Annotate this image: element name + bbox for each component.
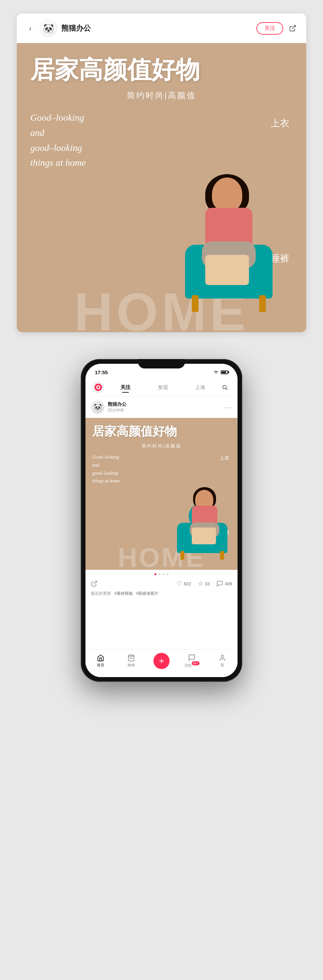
post-meta: 熊猫办公 55分钟前 [108,401,221,413]
english-text: Good–looking and good–looking things at … [30,110,86,170]
star-icon: ☆ [198,580,203,587]
main-title-chinese: 居家高颜值好物 [30,56,200,83]
battery-icon [221,371,228,374]
nav-tab-follow[interactable]: 关注 [107,383,144,392]
share-action-icon [91,580,98,587]
person-head [212,178,242,211]
dot-2 [158,573,160,575]
phone-en-line3: good–looking [92,471,118,476]
dot-3 [163,573,165,575]
dot-1 [154,573,157,575]
back-button[interactable]: ‹ [25,23,36,33]
phone-person-laptop [192,528,216,544]
person-laptop [205,255,249,285]
svg-point-8 [221,655,224,658]
app-logo[interactable] [92,381,104,393]
search-icon[interactable] [219,381,231,393]
nav-tab-discover[interactable]: 发现 [144,383,182,392]
phone-notch [138,359,185,369]
bottom-nav-add[interactable]: + [152,653,171,669]
phone-label-shangyi: 上衣 [219,455,229,461]
recent-updates-label: 最近的更新 [91,591,111,597]
home-label: 首页 [97,663,104,668]
phone-wrapper: 17:55 [17,352,306,702]
post-more-button[interactable]: ··· [224,403,232,411]
person-graphic [185,178,273,305]
nav-tab-shanghai[interactable]: 上海 [181,383,219,392]
dot-4 [166,573,169,575]
comment-action[interactable]: 409 [216,580,232,587]
post-avatar[interactable]: 🐼 [91,400,104,414]
label-shangyi: 上衣 [270,117,289,130]
svg-point-4 [223,385,226,389]
svg-point-3 [97,386,99,388]
phone-en-line4: things at home [92,479,120,484]
phone-inner: 17:55 [85,364,238,677]
design-image-card: HOME 居家高颜值好物 简约时尚|高颜值 Good–looking and g… [17,43,306,332]
hashtag-1[interactable]: #素材模板 [114,591,133,597]
bottom-nav-message[interactable]: 消息99+ [182,654,202,668]
share-action[interactable] [91,580,98,587]
add-button[interactable]: + [154,653,169,669]
phone-en-line1: Good–looking [92,455,119,460]
phone-post-image: HOME 居家高颜值好物 简约时尚|高颜值 Good–looking and g… [85,418,238,570]
top-design-card: ‹ 🐼 熊猫办公 关注 HOME 居家高颜值好物 简约时尚|高颜值 Good–l… [17,13,306,332]
share-icon[interactable] [287,23,298,33]
en-line2: and [30,127,45,138]
phone-outer: 17:55 [81,359,242,682]
message-badge: 99+ [192,661,200,665]
en-line4: things at home [30,158,86,168]
en-line1: Good–looking [30,112,84,123]
status-icons [213,370,228,374]
brand-logo: 🐼 [40,19,57,37]
bottom-nav-profile[interactable]: 我 [212,654,232,668]
svg-line-6 [94,581,97,584]
message-icon [188,654,195,661]
star-count: 33 [205,581,209,586]
profile-icon [219,654,226,662]
phone-main-title: 居家高颜值好物 [92,425,177,438]
post-username: 熊猫办公 [108,401,221,407]
post-time: 55分钟前 [108,407,221,413]
shop-icon [128,654,135,662]
hashtag-2[interactable]: #新媒体图片 [136,591,159,597]
wifi-icon [213,370,219,374]
comment-icon [216,580,223,587]
follow-button[interactable]: 关注 [256,22,283,35]
status-time: 17:55 [95,369,108,375]
like-count: 622 [184,581,191,586]
star-action[interactable]: ☆ 33 [198,580,209,587]
post-header: 🐼 熊猫办公 55分钟前 ··· [85,396,238,418]
subtitle-chinese: 简约时尚|高颜值 [17,90,306,101]
phone-person-graphic [181,487,228,554]
comment-count: 409 [225,581,232,586]
image-dots [85,570,238,577]
phone-subtitle: 简约时尚|高颜值 [85,443,238,449]
svg-line-5 [226,388,227,390]
like-action[interactable]: ♡ 622 [177,580,191,587]
bottom-nav: 首页 购物 + 消息99+ [85,649,238,677]
like-icon: ♡ [177,580,182,587]
profile-label: 我 [221,663,224,668]
bottom-nav-home[interactable]: 首页 [91,654,111,668]
svg-line-0 [292,25,296,29]
app-nav: 关注 发现 上海 [85,379,238,396]
message-label: 消息99+ [184,662,200,668]
home-icon [97,654,104,662]
phone-english-text: Good–looking and good–looking things at … [92,453,120,485]
phone-en-line2: and [92,463,99,468]
top-header: ‹ 🐼 熊猫办公 关注 [17,13,306,43]
post-actions: ♡ 622 ☆ 33 409 [85,577,238,589]
brand-name: 熊猫办公 [61,23,252,33]
hashtags-row: 最近的更新 #素材模板 #新媒体图片 [85,589,238,600]
bottom-nav-shop[interactable]: 购物 [121,654,141,668]
shop-label: 购物 [128,663,135,668]
en-line3: good–looking [30,143,82,153]
